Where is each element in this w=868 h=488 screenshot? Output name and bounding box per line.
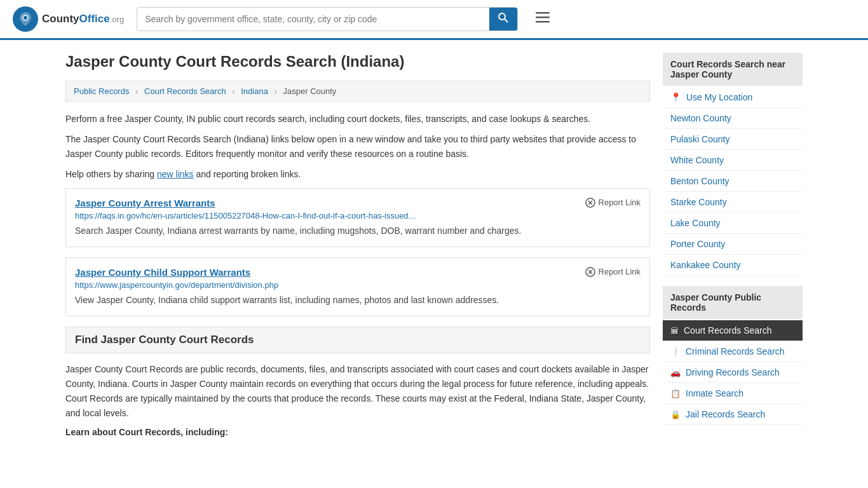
sidebar-item-kankakee[interactable]: Kankakee County <box>663 255 803 276</box>
child-support-desc: View Jasper County, Indiana child suppor… <box>75 294 641 307</box>
link-card-header-1: Jasper County Arrest Warrants Report Lin… <box>75 198 641 208</box>
use-my-location-label: Use My Location <box>686 92 752 102</box>
sidebar-item-court-records[interactable]: 🏛 Court Records Search <box>663 320 803 341</box>
svg-rect-6 <box>536 21 550 23</box>
hamburger-button[interactable] <box>531 8 555 30</box>
sidebar-item-porter[interactable]: Porter County <box>663 234 803 255</box>
report-icon-1 <box>585 198 595 208</box>
search-bar <box>137 7 518 31</box>
link-card-header-2: Jasper County Child Support Warrants Rep… <box>75 267 641 278</box>
search-button[interactable] <box>489 8 517 30</box>
arrest-warrants-title[interactable]: Jasper County Arrest Warrants <box>75 198 215 208</box>
jail-records-icon: 🔒 <box>670 410 681 419</box>
breadcrumb-sep-1: › <box>135 86 138 96</box>
logo-icon <box>13 6 38 32</box>
sidebar-item-starke[interactable]: Starke County <box>663 192 803 213</box>
learn-heading: Learn about Court Records, including: <box>65 427 650 437</box>
report-icon-2 <box>585 267 595 277</box>
sidebar-item-benton[interactable]: Benton County <box>663 171 803 192</box>
location-pin-icon: 📍 <box>670 92 681 102</box>
breadcrumb: Public Records › Court Records Search › … <box>65 81 650 102</box>
svg-line-3 <box>505 19 508 22</box>
report-link-label-2: Report Link <box>599 267 641 276</box>
main-content: Jasper County Court Records Search (Indi… <box>65 53 650 437</box>
main-container: Jasper County Court Records Search (Indi… <box>53 40 815 450</box>
find-section-header: Find Jasper County Court Records <box>65 327 650 353</box>
inmate-search-icon: 📋 <box>670 389 681 398</box>
nearby-section-header: Court Records Search near Jasper County <box>663 53 803 86</box>
sidebar-item-driving-records[interactable]: 🚗 Driving Records Search <box>663 362 803 383</box>
logo-text: CountyOffice.org <box>42 13 124 25</box>
criminal-records-icon: ❕ <box>670 347 681 356</box>
intro-paragraph-1: Perform a free Jasper County, IN public … <box>65 112 650 126</box>
sidebar-item-pulaski[interactable]: Pulaski County <box>663 129 803 150</box>
find-section-body: Jasper County Court Records are public r… <box>65 362 650 421</box>
report-link-button-2[interactable]: Report Link <box>585 267 641 277</box>
intro-after-link: and reporting broken links. <box>194 169 301 179</box>
public-records-section-header: Jasper County Public Records <box>663 286 803 319</box>
link-card-arrest-warrants: Jasper County Arrest Warrants Report Lin… <box>65 188 650 247</box>
criminal-records-label: Criminal Records Search <box>686 346 785 356</box>
sidebar-item-lake[interactable]: Lake County <box>663 213 803 234</box>
breadcrumb-sep-3: › <box>275 86 277 96</box>
sidebar-item-newton[interactable]: Newton County <box>663 108 803 129</box>
breadcrumb-public-records[interactable]: Public Records <box>74 86 129 96</box>
arrest-warrants-desc: Search Jasper County, Indiana arrest war… <box>75 224 641 238</box>
inmate-search-label: Inmate Search <box>686 388 743 398</box>
breadcrumb-jasper: Jasper County <box>283 86 337 96</box>
driving-records-label: Driving Records Search <box>686 367 780 377</box>
use-my-location[interactable]: 📍 Use My Location <box>663 87 803 108</box>
find-section-title: Find Jasper County Court Records <box>75 334 641 346</box>
page-title: Jasper County Court Records Search (Indi… <box>65 53 650 71</box>
report-link-label-1: Report Link <box>599 198 641 207</box>
jail-records-label: Jail Records Search <box>686 409 765 419</box>
search-input[interactable] <box>137 8 489 30</box>
sidebar-item-jail-records[interactable]: 🔒 Jail Records Search <box>663 404 803 425</box>
site-header: CountyOffice.org <box>0 0 868 40</box>
child-support-url: https://www.jaspercountyin.gov/departmen… <box>75 280 641 290</box>
intro-before-link: Help others by sharing <box>65 169 157 179</box>
svg-rect-5 <box>536 17 550 18</box>
sidebar-item-white[interactable]: White County <box>663 150 803 171</box>
child-support-title[interactable]: Jasper County Child Support Warrants <box>75 267 250 278</box>
court-records-label: Court Records Search <box>684 325 772 336</box>
breadcrumb-sep-2: › <box>232 86 234 96</box>
arrest-warrants-url: https://faqs.in.gov/hc/en-us/articles/11… <box>75 211 641 220</box>
court-records-icon: 🏛 <box>670 326 679 336</box>
intro-paragraph-3: Help others by sharing new links and rep… <box>65 167 650 181</box>
logo-link[interactable]: CountyOffice.org <box>13 6 124 32</box>
svg-point-2 <box>499 13 505 20</box>
breadcrumb-court-records[interactable]: Court Records Search <box>144 86 226 96</box>
new-links-link[interactable]: new links <box>157 169 194 179</box>
breadcrumb-indiana[interactable]: Indiana <box>241 86 268 96</box>
driving-records-icon: 🚗 <box>670 368 681 377</box>
sidebar-item-criminal-records[interactable]: ❕ Criminal Records Search <box>663 341 803 362</box>
intro-paragraph-2: The Jasper County Court Records Search (… <box>65 132 650 161</box>
svg-point-1 <box>24 16 27 20</box>
report-link-button-1[interactable]: Report Link <box>585 198 641 208</box>
svg-rect-4 <box>536 12 550 14</box>
sidebar-item-inmate-search[interactable]: 📋 Inmate Search <box>663 383 803 404</box>
sidebar: Court Records Search near Jasper County … <box>663 53 803 437</box>
link-card-child-support: Jasper County Child Support Warrants Rep… <box>65 257 650 316</box>
